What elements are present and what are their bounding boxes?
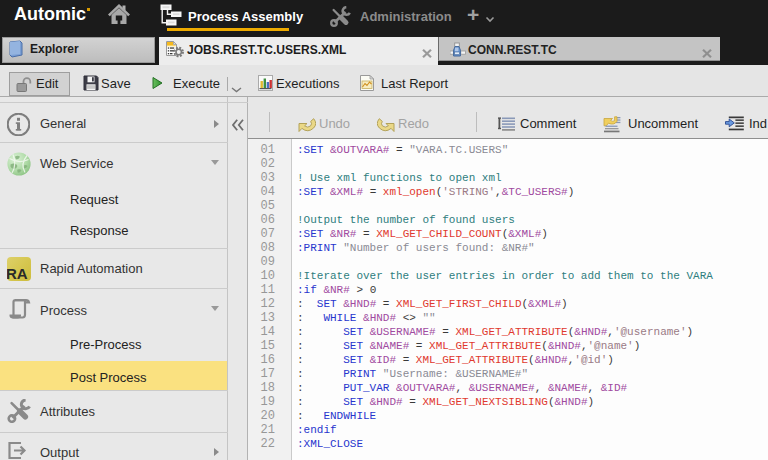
- svg-text:RA: RA: [7, 265, 28, 281]
